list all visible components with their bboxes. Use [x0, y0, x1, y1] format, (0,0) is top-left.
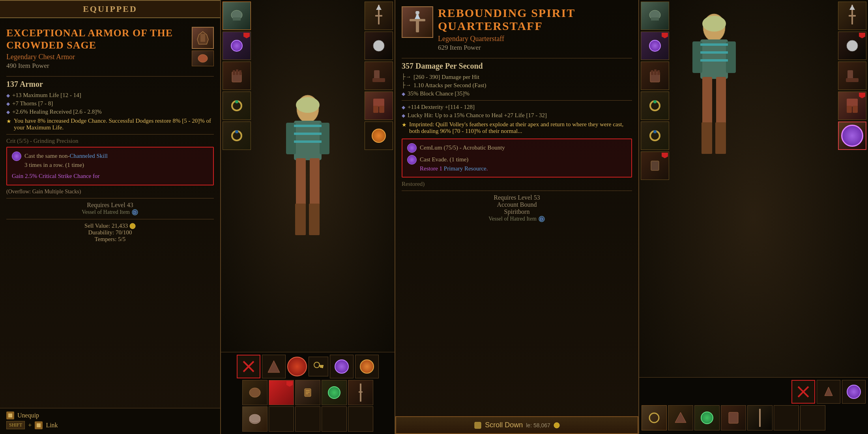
svg-text:D: D: [133, 210, 136, 215]
slot-ring1[interactable]: [223, 92, 251, 120]
inv-slot-7-empty[interactable]: [269, 406, 294, 432]
svg-point-33: [373, 40, 384, 51]
far-right-slot-2[interactable]: [838, 32, 866, 60]
far-inv-3[interactable]: [694, 405, 720, 430]
svg-rect-50: [306, 393, 308, 394]
svg-rect-24: [295, 204, 306, 235]
socket-action: Cast Evade. (1 time): [420, 155, 488, 164]
diamond-icon-1: ◆: [6, 93, 10, 99]
slot-extra[interactable]: [365, 122, 393, 150]
far-right-slot-4[interactable]: [838, 92, 866, 120]
far-right-slot-3[interactable]: [838, 62, 866, 90]
durability: Durability: 70/100: [6, 229, 214, 236]
inv-slot-9-empty[interactable]: [322, 406, 347, 432]
far-right-inventory: [639, 377, 868, 434]
svg-rect-12: [236, 69, 238, 75]
svg-rect-22: [296, 158, 306, 206]
left-equipment-slots: [221, 0, 253, 152]
partial-restored: Restored): [402, 181, 632, 187]
far-right-slot-5-active[interactable]: [838, 122, 866, 150]
gem-icon-left: [12, 152, 21, 161]
inventory-grid-left-row2: [223, 406, 392, 432]
inv-slot-2[interactable]: [269, 380, 294, 405]
svg-rect-56: [410, 19, 425, 21]
scroll-label: Scroll Down: [485, 421, 523, 429]
slot-ring2[interactable]: [223, 122, 251, 150]
socket-restore: Restore 1 Primary Resource.: [420, 164, 488, 173]
hotkey-4[interactable]: [355, 355, 379, 378]
svg-rect-61: [475, 422, 481, 428]
svg-rect-9: [233, 17, 241, 21]
far-inv-1[interactable]: [642, 405, 667, 430]
action-btn-2[interactable]: [817, 380, 840, 404]
inv-slot-6[interactable]: [242, 406, 268, 432]
svg-rect-27: [294, 125, 322, 127]
svg-rect-77: [692, 41, 702, 73]
right-spiritborn: Spiritborn: [402, 208, 632, 215]
key-slot[interactable]: [309, 357, 328, 376]
inv-slot-8-empty[interactable]: [295, 406, 320, 432]
svg-rect-37: [373, 106, 378, 113]
right-item-type: Legendary Quarterstaff: [438, 35, 632, 43]
slot-weapon[interactable]: [365, 2, 393, 30]
right-requires-section: Requires Level 53 Account Bound Spiritbo…: [402, 194, 632, 223]
inv-slot-3[interactable]: [295, 380, 320, 405]
unequip-button[interactable]: Unequip: [6, 412, 214, 419]
svg-rect-1: [200, 34, 205, 42]
potion-slot[interactable]: [287, 357, 307, 376]
svg-rect-45: [320, 367, 322, 368]
svg-rect-11: [233, 70, 235, 75]
scroll-down-button[interactable]: Scroll Down le: 58,067: [395, 416, 638, 434]
far-inv-5[interactable]: [747, 405, 773, 430]
slot-gloves[interactable]: [223, 62, 251, 90]
right-equipment-slots-left-panel: [363, 0, 395, 152]
hotkey-3[interactable]: [330, 355, 354, 378]
slot-boots[interactable]: [365, 62, 393, 90]
far-inv-6[interactable]: [774, 405, 799, 430]
requires-section: Requires Level 43 Vessel of Hatred Item …: [6, 202, 214, 216]
inv-slot-1[interactable]: [242, 380, 268, 405]
link-button[interactable]: SHIFT + Link: [6, 421, 214, 429]
action-btn-x[interactable]: [791, 380, 815, 404]
left-item-power: 490 Item Power: [6, 62, 188, 70]
far-slot-1[interactable]: [641, 2, 669, 30]
diamond-icon-r1: ◆: [402, 105, 405, 110]
svg-rect-94: [853, 106, 858, 113]
right-requires-level: Requires Level 53: [402, 194, 632, 201]
svg-point-5: [130, 223, 135, 229]
scroll-icon: [474, 421, 482, 429]
gold-icon: [554, 422, 560, 428]
slot-amulet[interactable]: [223, 32, 251, 60]
action-btn-3[interactable]: [842, 380, 866, 404]
svg-point-54: [249, 414, 260, 422]
far-slot-4[interactable]: [641, 92, 669, 120]
svg-rect-64: [651, 17, 659, 21]
middle-character-left: [221, 0, 395, 434]
requires-level: Requires Level 43: [6, 202, 214, 209]
svg-rect-87: [849, 15, 856, 17]
right-item-icon: [402, 6, 433, 38]
slot-pants[interactable]: [365, 92, 393, 120]
far-slot-5[interactable]: [641, 122, 669, 150]
attack-speed-line: ├→ 1.10 Attacks per Second (Fast): [402, 82, 632, 89]
inv-slot-10-empty[interactable]: [348, 406, 373, 432]
inv-slot-4[interactable]: [322, 380, 347, 405]
hotkey-crossbones[interactable]: [237, 355, 260, 378]
far-right-slot-1[interactable]: [838, 2, 866, 30]
block-chance-line: ◆ 35% Block Chance [35]%: [402, 90, 632, 97]
slot-helmet[interactable]: [223, 2, 251, 30]
far-inv-7[interactable]: [800, 405, 825, 430]
far-inv-4[interactable]: [721, 405, 746, 430]
svg-marker-32: [376, 5, 382, 10]
far-slot-6[interactable]: [641, 152, 669, 180]
far-inv-2[interactable]: [668, 405, 693, 430]
svg-marker-58: [415, 13, 420, 19]
slot-offhand[interactable]: [365, 32, 393, 60]
inv-slot-5[interactable]: [348, 380, 373, 405]
far-slot-2[interactable]: [641, 32, 669, 60]
hotkey-2[interactable]: [262, 355, 286, 378]
partial-stat-1: Crit (5/5) - Grinding Precision: [6, 138, 214, 144]
svg-point-15: [235, 100, 238, 103]
flag-icon-3: [662, 153, 668, 158]
far-slot-3[interactable]: [641, 62, 669, 90]
